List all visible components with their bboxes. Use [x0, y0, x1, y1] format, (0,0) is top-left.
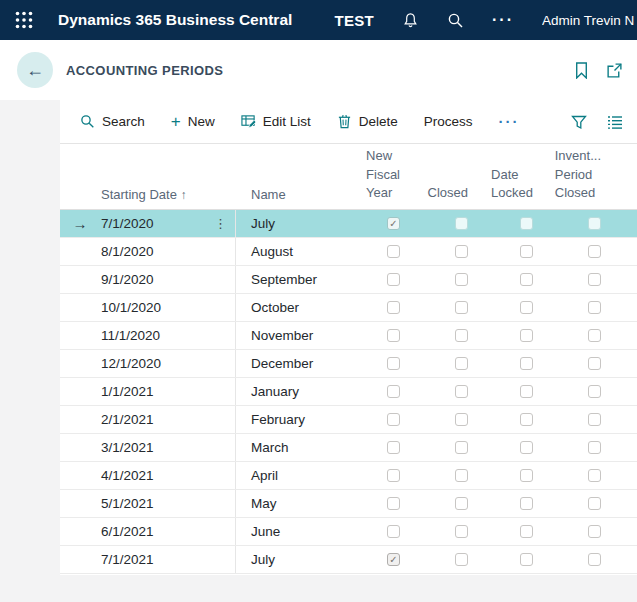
inventory-period-closed-checkbox[interactable] — [588, 413, 601, 426]
inventory-period-closed-checkbox[interactable] — [588, 497, 601, 510]
table-row[interactable]: 5/1/2021 May — [60, 490, 637, 518]
new-fiscal-year-checkbox[interactable] — [387, 385, 400, 398]
new-fiscal-year-checkbox[interactable] — [387, 525, 400, 538]
cell-name[interactable]: January — [236, 378, 338, 405]
edit-list-button[interactable]: Edit List — [241, 114, 311, 129]
closed-checkbox[interactable] — [455, 329, 468, 342]
new-fiscal-year-checkbox[interactable] — [387, 469, 400, 482]
inventory-period-closed-checkbox[interactable] — [588, 301, 601, 314]
notifications-bell-icon[interactable] — [402, 12, 419, 29]
cell-starting-date[interactable]: 11/1/2020 — [100, 322, 236, 349]
cell-name[interactable]: August — [236, 238, 338, 265]
date-locked-checkbox[interactable] — [520, 245, 533, 258]
cell-name[interactable]: December — [236, 350, 338, 377]
date-locked-checkbox[interactable] — [520, 553, 533, 566]
cell-starting-date[interactable]: 7/1/2020 ⋮ — [100, 210, 236, 237]
new-button[interactable]: + New — [171, 113, 215, 130]
inventory-period-closed-checkbox[interactable] — [588, 441, 601, 454]
new-fiscal-year-checkbox[interactable]: ✓ — [387, 217, 400, 230]
back-button[interactable]: ← — [17, 52, 53, 88]
table-row[interactable]: 12/1/2020 December — [60, 350, 637, 378]
new-fiscal-year-checkbox[interactable] — [387, 441, 400, 454]
date-locked-checkbox[interactable] — [520, 469, 533, 482]
cell-name[interactable]: October — [236, 294, 338, 321]
cell-starting-date[interactable]: 3/1/2021 — [100, 434, 236, 461]
cell-name[interactable]: July — [236, 546, 338, 573]
date-locked-checkbox[interactable] — [520, 217, 533, 230]
table-row[interactable]: 1/1/2021 January — [60, 378, 637, 406]
environment-badge[interactable]: TEST — [334, 12, 374, 29]
table-row[interactable]: 8/1/2020 August — [60, 238, 637, 266]
cell-starting-date[interactable]: 2/1/2021 — [100, 406, 236, 433]
column-header-closed[interactable]: Closed — [404, 184, 472, 202]
inventory-period-closed-checkbox[interactable] — [588, 329, 601, 342]
closed-checkbox[interactable] — [455, 301, 468, 314]
closed-checkbox[interactable] — [455, 217, 468, 230]
process-button[interactable]: Process — [424, 114, 473, 129]
cell-name[interactable]: July — [236, 210, 338, 237]
closed-checkbox[interactable] — [455, 497, 468, 510]
new-fiscal-year-checkbox[interactable] — [387, 413, 400, 426]
date-locked-checkbox[interactable] — [520, 357, 533, 370]
view-options-icon[interactable] — [607, 114, 623, 130]
closed-checkbox[interactable] — [455, 553, 468, 566]
new-fiscal-year-checkbox[interactable] — [387, 329, 400, 342]
inventory-period-closed-checkbox[interactable] — [588, 469, 601, 482]
table-row[interactable]: 11/1/2020 November — [60, 322, 637, 350]
new-fiscal-year-checkbox[interactable]: ✓ — [387, 553, 400, 566]
table-row[interactable]: 10/1/2020 October — [60, 294, 637, 322]
date-locked-checkbox[interactable] — [520, 329, 533, 342]
column-header-date-locked[interactable]: Date Locked — [472, 166, 537, 202]
closed-checkbox[interactable] — [455, 357, 468, 370]
date-locked-checkbox[interactable] — [520, 525, 533, 538]
inventory-period-closed-checkbox[interactable] — [588, 357, 601, 370]
app-title[interactable]: Dynamics 365 Business Central — [58, 11, 292, 29]
table-row[interactable]: 7/1/2021 July ✓ — [60, 546, 637, 574]
search-button[interactable]: Search — [80, 114, 145, 129]
closed-checkbox[interactable] — [455, 441, 468, 454]
inventory-period-closed-checkbox[interactable] — [588, 385, 601, 398]
cell-name[interactable]: June — [236, 518, 338, 545]
column-header-name[interactable]: Name — [236, 187, 338, 202]
closed-checkbox[interactable] — [455, 273, 468, 286]
table-row[interactable]: → 7/1/2020 ⋮ July ✓ — [60, 210, 637, 238]
date-locked-checkbox[interactable] — [520, 441, 533, 454]
new-fiscal-year-checkbox[interactable] — [387, 245, 400, 258]
closed-checkbox[interactable] — [455, 245, 468, 258]
new-fiscal-year-checkbox[interactable] — [387, 357, 400, 370]
open-in-new-window-icon[interactable] — [606, 62, 623, 79]
inventory-period-closed-checkbox[interactable] — [588, 217, 601, 230]
new-fiscal-year-checkbox[interactable] — [387, 273, 400, 286]
delete-button[interactable]: Delete — [337, 114, 398, 129]
cell-starting-date[interactable]: 9/1/2020 — [100, 266, 236, 293]
cell-name[interactable]: February — [236, 406, 338, 433]
cell-starting-date[interactable]: 7/1/2021 — [100, 546, 236, 573]
user-menu[interactable]: Admin Trevin N — [542, 13, 637, 28]
cell-name[interactable]: September — [236, 266, 338, 293]
date-locked-checkbox[interactable] — [520, 413, 533, 426]
column-header-starting-date[interactable]: Starting Date ↑ — [100, 187, 236, 202]
search-icon[interactable] — [447, 12, 464, 29]
column-header-inventory-period-closed[interactable]: Invent... Period Closed — [537, 147, 605, 202]
new-fiscal-year-checkbox[interactable] — [387, 301, 400, 314]
table-row[interactable]: 9/1/2020 September — [60, 266, 637, 294]
date-locked-checkbox[interactable] — [520, 497, 533, 510]
app-launcher-icon[interactable] — [14, 10, 34, 30]
column-header-new-fiscal-year[interactable]: New Fiscal Year — [338, 147, 404, 202]
cell-name[interactable]: April — [236, 462, 338, 489]
toolbar-more-icon[interactable]: ··· — [499, 113, 520, 130]
cell-name[interactable]: March — [236, 434, 338, 461]
date-locked-checkbox[interactable] — [520, 385, 533, 398]
cell-starting-date[interactable]: 1/1/2021 — [100, 378, 236, 405]
date-locked-checkbox[interactable] — [520, 273, 533, 286]
closed-checkbox[interactable] — [455, 413, 468, 426]
inventory-period-closed-checkbox[interactable] — [588, 553, 601, 566]
cell-starting-date[interactable]: 6/1/2021 — [100, 518, 236, 545]
inventory-period-closed-checkbox[interactable] — [588, 525, 601, 538]
filter-icon[interactable] — [571, 114, 587, 130]
closed-checkbox[interactable] — [455, 385, 468, 398]
cell-name[interactable]: May — [236, 490, 338, 517]
cell-starting-date[interactable]: 4/1/2021 — [100, 462, 236, 489]
bookmark-icon[interactable] — [573, 62, 590, 79]
inventory-period-closed-checkbox[interactable] — [588, 245, 601, 258]
